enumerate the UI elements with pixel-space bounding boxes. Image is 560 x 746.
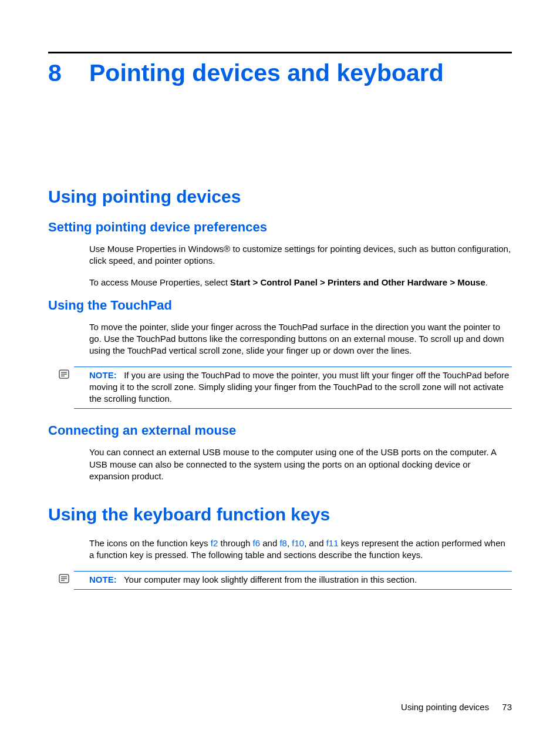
text: . (485, 277, 488, 287)
fkey-f10: f10 (292, 538, 304, 548)
paragraph: You can connect an external USB mouse to… (89, 446, 512, 482)
note-box: NOTE: If you are using the TouchPad to m… (74, 367, 512, 409)
subsection-connecting-mouse: Connecting an external mouse (48, 423, 512, 438)
paragraph: Use Mouse Properties in Windows® to cust… (89, 243, 512, 267)
text: To access Mouse Properties, select (89, 277, 230, 287)
note-text: If you are using the TouchPad to move th… (89, 370, 509, 404)
paragraph: To access Mouse Properties, select Start… (89, 277, 512, 288)
note-icon (59, 369, 69, 379)
subsection-setting-preferences: Setting pointing device preferences (48, 220, 512, 235)
page-number: 73 (502, 702, 512, 712)
chapter-number: 8 (48, 59, 89, 87)
note-label: NOTE: (89, 574, 117, 584)
text: , and (304, 538, 326, 548)
note-box: NOTE: Your computer may look slightly di… (74, 571, 512, 590)
top-rule (48, 52, 512, 53)
note-text: Your computer may look slightly differen… (124, 574, 417, 584)
note-label: NOTE: (89, 370, 117, 380)
fkey-f6: f6 (253, 538, 261, 548)
bold-path: Start > Control Panel > Printers and Oth… (230, 277, 485, 287)
footer-text: Using pointing devices (401, 702, 489, 712)
subsection-using-touchpad: Using the TouchPad (48, 298, 512, 313)
chapter-title: Pointing devices and keyboard (89, 59, 444, 87)
paragraph: The icons on the function keys f2 throug… (89, 537, 512, 562)
chapter-heading: 8 Pointing devices and keyboard (48, 59, 512, 87)
text: and (260, 538, 279, 548)
note-icon (59, 574, 69, 583)
text: The icons on the function keys (89, 538, 211, 548)
text: through (218, 538, 252, 548)
fkey-f11: f11 (326, 538, 339, 548)
fkey-f2: f2 (211, 538, 218, 548)
section-using-function-keys: Using the keyboard function keys (48, 505, 512, 525)
fkey-f8: f8 (279, 538, 287, 548)
paragraph: To move the pointer, slide your finger a… (89, 321, 512, 357)
page-footer: Using pointing devices 73 (401, 702, 512, 712)
section-using-pointing-devices: Using pointing devices (48, 187, 512, 207)
